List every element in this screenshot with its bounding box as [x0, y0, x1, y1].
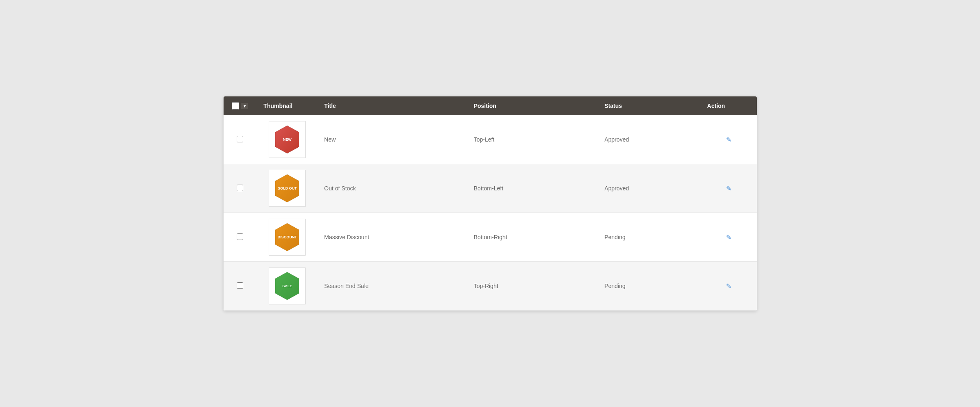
row-action-cell: ✎ — [701, 262, 757, 311]
row-action-cell: ✎ — [701, 115, 757, 164]
row-checkbox-cell — [224, 213, 257, 262]
hex-badge: NEW — [274, 125, 300, 154]
header-position: Position — [467, 96, 598, 115]
row-checkbox[interactable] — [237, 185, 243, 191]
row-status: Approved — [598, 115, 700, 164]
table-row: NEW NewTop-LeftApproved✎ — [224, 115, 757, 164]
row-position: Top-Right — [467, 262, 598, 311]
row-thumbnail-cell: DISCOUNT — [257, 213, 318, 262]
edit-button[interactable]: ✎ — [726, 234, 731, 241]
row-checkbox[interactable] — [237, 282, 243, 289]
edit-button[interactable]: ✎ — [726, 136, 731, 143]
row-action-cell: ✎ — [701, 213, 757, 262]
row-checkbox[interactable] — [237, 233, 243, 240]
thumbnail-wrapper: Sold Out — [269, 170, 306, 207]
row-action-cell: ✎ — [701, 164, 757, 213]
select-all-checkbox[interactable] — [232, 102, 239, 110]
table-row: Sold Out Out of StockBottom-LeftApproved… — [224, 164, 757, 213]
row-checkbox-cell — [224, 115, 257, 164]
edit-button[interactable]: ✎ — [726, 185, 731, 192]
header-title: Title — [318, 96, 467, 115]
hex-badge: DISCOUNT — [274, 222, 300, 252]
thumbnail-wrapper: NEW — [269, 121, 306, 158]
badge-text: Sale — [281, 284, 294, 288]
row-title: New — [318, 115, 467, 164]
header-thumbnail: Thumbnail — [257, 96, 318, 115]
table-row: Sale Season End SaleTop-RightPending✎ — [224, 262, 757, 311]
badge-table-container: ▼ Thumbnail Title Position Status Action… — [224, 96, 757, 311]
header-status: Status — [598, 96, 700, 115]
row-position: Bottom-Right — [467, 213, 598, 262]
row-checkbox-cell — [224, 262, 257, 311]
row-title: Out of Stock — [318, 164, 467, 213]
hex-badge: Sale — [274, 271, 300, 301]
header-dropdown-arrow[interactable]: ▼ — [241, 103, 248, 109]
row-position: Bottom-Left — [467, 164, 598, 213]
badge-text: DISCOUNT — [276, 235, 299, 240]
badge-text: Sold Out — [276, 186, 299, 191]
row-thumbnail-cell: Sale — [257, 262, 318, 311]
thumbnail-wrapper: Sale — [269, 268, 306, 304]
hex-badge: Sold Out — [274, 174, 300, 203]
row-status: Pending — [598, 213, 700, 262]
header-action: Action — [701, 96, 757, 115]
row-checkbox[interactable] — [237, 136, 243, 142]
table-row: DISCOUNT Massive DiscountBottom-RightPen… — [224, 213, 757, 262]
badge-table: ▼ Thumbnail Title Position Status Action… — [224, 96, 757, 311]
row-position: Top-Left — [467, 115, 598, 164]
row-status: Pending — [598, 262, 700, 311]
badge-text: NEW — [281, 137, 293, 142]
row-status: Approved — [598, 164, 700, 213]
thumbnail-wrapper: DISCOUNT — [269, 219, 306, 256]
row-title: Massive Discount — [318, 213, 467, 262]
row-title: Season End Sale — [318, 262, 467, 311]
row-thumbnail-cell: Sold Out — [257, 164, 318, 213]
edit-button[interactable]: ✎ — [726, 283, 731, 290]
table-header-row: ▼ Thumbnail Title Position Status Action — [224, 96, 757, 115]
row-thumbnail-cell: NEW — [257, 115, 318, 164]
row-checkbox-cell — [224, 164, 257, 213]
header-check-cell: ▼ — [224, 96, 257, 115]
